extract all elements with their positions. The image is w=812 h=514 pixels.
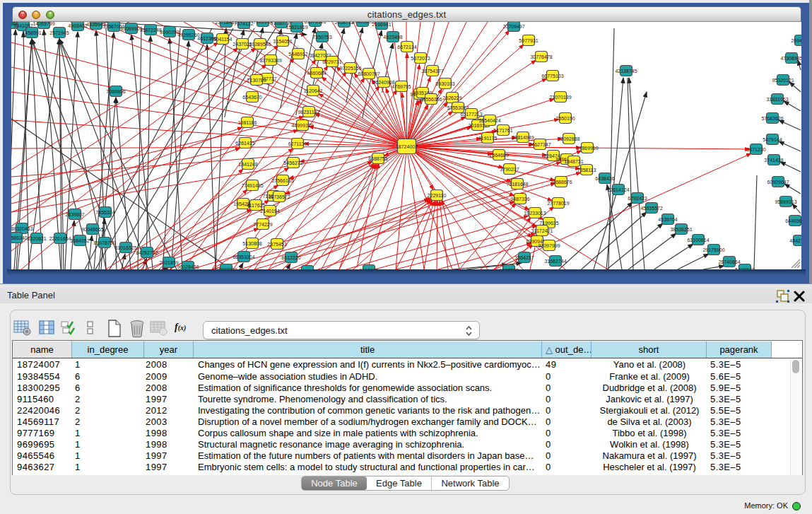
svg-text:22201654: 22201654 bbox=[49, 236, 71, 241]
svg-text:7358113: 7358113 bbox=[577, 168, 596, 173]
svg-text:3871230: 3871230 bbox=[746, 147, 765, 152]
svg-text:57683626: 57683626 bbox=[761, 116, 783, 121]
svg-text:5456272: 5456272 bbox=[283, 160, 302, 165]
svg-text:95320121: 95320121 bbox=[772, 78, 794, 83]
svg-text:9517485: 9517485 bbox=[359, 268, 378, 270]
svg-text:2229110: 2229110 bbox=[428, 193, 447, 198]
svg-text:14265799: 14265799 bbox=[33, 22, 54, 26]
svg-text:10872248: 10872248 bbox=[139, 28, 161, 33]
svg-text:18724007: 18724007 bbox=[396, 144, 418, 149]
svg-text:27566185: 27566185 bbox=[271, 178, 293, 183]
svg-text:1120642: 1120642 bbox=[304, 88, 323, 93]
svg-text:9487336: 9487336 bbox=[510, 197, 529, 201]
svg-text:4769795: 4769795 bbox=[392, 84, 411, 89]
svg-text:5041154: 5041154 bbox=[213, 37, 233, 42]
svg-text:8688755: 8688755 bbox=[368, 156, 387, 161]
svg-text:97225156: 97225156 bbox=[339, 66, 361, 71]
svg-text:6292423: 6292423 bbox=[628, 196, 647, 201]
svg-text:6229731: 6229731 bbox=[322, 59, 341, 64]
svg-text:95899313: 95899313 bbox=[775, 199, 796, 204]
svg-text:5408072: 5408072 bbox=[735, 267, 754, 270]
svg-text:6271130: 6271130 bbox=[288, 141, 307, 146]
svg-text:31831063: 31831063 bbox=[766, 97, 788, 102]
svg-text:4823498: 4823498 bbox=[383, 35, 402, 40]
svg-text:2921859: 2921859 bbox=[159, 260, 178, 265]
svg-text:60929647: 60929647 bbox=[767, 180, 789, 185]
svg-text:2839607: 2839607 bbox=[65, 212, 84, 217]
svg-text:29175900: 29175900 bbox=[702, 247, 724, 252]
svg-text:98231132: 98231132 bbox=[298, 110, 320, 115]
svg-text:5446912: 5446912 bbox=[288, 52, 307, 57]
svg-text:15831819: 15831819 bbox=[286, 25, 307, 30]
svg-text:4117625: 4117625 bbox=[247, 203, 266, 208]
svg-text:7774229: 7774229 bbox=[253, 222, 272, 227]
svg-text:2458591: 2458591 bbox=[22, 30, 41, 35]
svg-text:19736572: 19736572 bbox=[268, 194, 290, 199]
svg-text:3320821: 3320821 bbox=[27, 236, 46, 241]
svg-text:90048665: 90048665 bbox=[81, 227, 103, 232]
svg-text:84252722: 84252722 bbox=[136, 250, 158, 255]
svg-text:71070189: 71070189 bbox=[549, 95, 571, 100]
svg-text:1981186: 1981186 bbox=[238, 120, 257, 125]
svg-text:5418934: 5418934 bbox=[298, 269, 317, 270]
svg-text:28740864: 28740864 bbox=[718, 259, 740, 264]
svg-text:89978790: 89978790 bbox=[93, 240, 115, 245]
svg-text:4539704: 4539704 bbox=[658, 217, 677, 222]
svg-text:19233013: 19233013 bbox=[524, 211, 546, 216]
svg-text:92097999: 92097999 bbox=[538, 243, 560, 248]
svg-text:5130808: 5130808 bbox=[242, 241, 261, 246]
svg-text:38538251: 38538251 bbox=[670, 227, 692, 232]
svg-text:2694522: 2694522 bbox=[791, 38, 801, 43]
svg-text:12614124: 12614124 bbox=[607, 187, 629, 192]
svg-text:7089806: 7089806 bbox=[106, 89, 125, 94]
svg-text:2564689: 2564689 bbox=[489, 153, 508, 158]
svg-text:2571945: 2571945 bbox=[49, 30, 69, 35]
svg-text:27778019: 27778019 bbox=[547, 201, 569, 206]
svg-text:7455324: 7455324 bbox=[95, 210, 114, 215]
svg-text:7374122: 7374122 bbox=[234, 22, 253, 26]
svg-text:2375453: 2375453 bbox=[267, 242, 286, 247]
svg-text:38688676: 38688676 bbox=[550, 180, 572, 185]
svg-text:75181648: 75181648 bbox=[506, 182, 528, 187]
svg-text:83793389: 83793389 bbox=[259, 58, 281, 63]
svg-text:7199635: 7199635 bbox=[539, 221, 558, 226]
svg-text:42138745: 42138745 bbox=[615, 69, 637, 74]
svg-text:5672073: 5672073 bbox=[411, 56, 430, 61]
svg-text:2166941: 2166941 bbox=[372, 22, 391, 27]
svg-text:24972279: 24972279 bbox=[215, 267, 237, 270]
svg-text:81971316: 81971316 bbox=[304, 22, 326, 24]
svg-text:19289546: 19289546 bbox=[249, 42, 271, 47]
svg-text:47308985: 47308985 bbox=[780, 56, 801, 61]
svg-text:31172421: 31172421 bbox=[531, 228, 553, 233]
svg-text:63100814: 63100814 bbox=[687, 238, 709, 243]
svg-text:30776478: 30776478 bbox=[530, 54, 552, 59]
svg-text:1848731: 1848731 bbox=[564, 159, 583, 164]
svg-text:35556386: 35556386 bbox=[420, 97, 442, 102]
svg-text:6440561: 6440561 bbox=[785, 218, 801, 223]
svg-text:4903402: 4903402 bbox=[68, 23, 87, 28]
svg-text:1841248: 1841248 bbox=[238, 162, 257, 167]
svg-text:47295260: 47295260 bbox=[177, 33, 199, 37]
svg-text:34627347: 34627347 bbox=[529, 142, 551, 147]
svg-text:7550190: 7550190 bbox=[555, 116, 575, 121]
svg-text:96028436: 96028436 bbox=[177, 264, 199, 269]
svg-text:6438436: 6438436 bbox=[595, 176, 614, 181]
svg-text:3790237: 3790237 bbox=[500, 167, 519, 172]
svg-text:6543670: 6543670 bbox=[242, 95, 261, 100]
svg-text:88320463: 88320463 bbox=[11, 226, 33, 231]
svg-text:6672134: 6672134 bbox=[397, 45, 416, 49]
svg-text:31682744: 31682744 bbox=[544, 259, 566, 264]
svg-text:5171761: 5171761 bbox=[493, 128, 512, 133]
svg-text:2130789: 2130789 bbox=[247, 78, 266, 83]
svg-text:77491435: 77491435 bbox=[241, 183, 263, 188]
svg-text:68800797: 68800797 bbox=[358, 71, 379, 76]
svg-text:8090293: 8090293 bbox=[160, 30, 179, 35]
svg-text:3684052: 3684052 bbox=[70, 238, 89, 243]
svg-text:7350753: 7350753 bbox=[312, 35, 331, 40]
svg-text:20709497: 20709497 bbox=[502, 24, 524, 29]
svg-text:4860684: 4860684 bbox=[307, 71, 326, 76]
svg-text:44999379: 44999379 bbox=[291, 123, 313, 128]
svg-text:81016525: 81016525 bbox=[114, 245, 136, 250]
svg-text:55540424: 55540424 bbox=[478, 118, 500, 123]
svg-text:3741438: 3741438 bbox=[764, 158, 783, 163]
